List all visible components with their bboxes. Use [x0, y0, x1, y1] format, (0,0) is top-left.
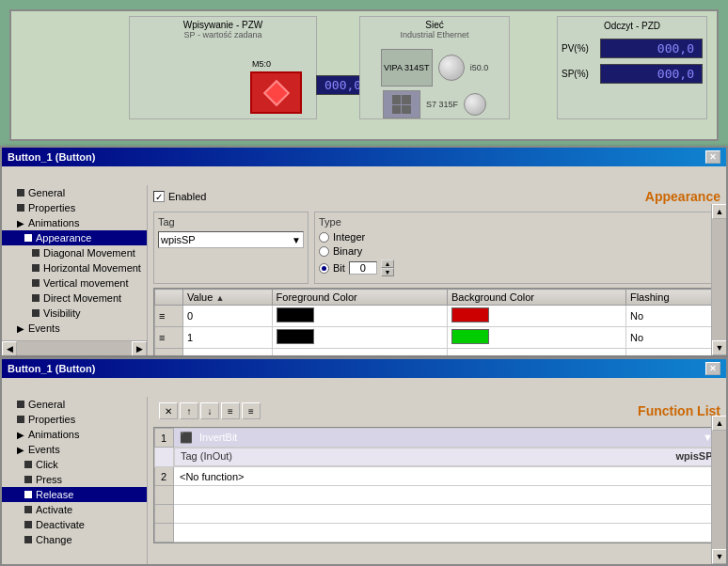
enabled-checkbox[interactable]: ✓	[153, 191, 165, 202]
sidebar-item-properties[interactable]: Properties	[2, 200, 147, 215]
fn-down-btn[interactable]: ↓	[200, 402, 219, 419]
sidebar-item-horizontal[interactable]: Horizontal Movement	[2, 260, 147, 275]
sidebar-item-events1[interactable]: ▶ Events	[2, 321, 147, 336]
sidebar2-item-release[interactable]: Release	[2, 487, 147, 502]
fn-cell-1[interactable]: ⬛ InvertBit ▼	[174, 429, 720, 448]
fg-cell-1[interactable]	[272, 327, 447, 349]
sidebar2-item-events[interactable]: ▶ Events	[2, 442, 147, 457]
sidebar2-general-label: General	[28, 399, 65, 410]
col-fg[interactable]: Foreground Color	[272, 290, 447, 306]
table-row[interactable]: ≡ 0 No	[155, 306, 720, 327]
enabled-label: Enabled	[168, 191, 206, 202]
scroll-right-btn[interactable]: ▶	[132, 341, 147, 355]
spin-down-btn[interactable]: ▼	[381, 268, 394, 276]
bit-input[interactable]: 0	[349, 261, 377, 275]
siec-title: Sieć	[360, 17, 509, 30]
table-row[interactable]: ≡ 1 No	[155, 327, 720, 349]
sidebar2-item-activate[interactable]: Activate	[2, 502, 147, 517]
fn-sub-cell-1: Tag (InOut) wpisSP	[174, 448, 720, 466]
bit-radio-btn[interactable]	[319, 263, 329, 274]
scroll-up-btn[interactable]: ▲	[712, 204, 726, 219]
sidebar2-click-label: Click	[36, 459, 58, 470]
scroll-left-btn[interactable]: ◀	[2, 341, 17, 355]
tag-group: Tag wpisSP ▼	[153, 212, 309, 284]
fn-up-btn[interactable]: ↑	[180, 402, 198, 419]
binary-radio-btn[interactable]	[319, 246, 329, 257]
fg-cell-0[interactable]	[272, 306, 447, 327]
col-value[interactable]: Value ▲	[183, 290, 273, 306]
bullet-icon	[17, 189, 24, 197]
sidebar2-item-properties[interactable]: Properties	[2, 412, 147, 427]
hmi-display: Wpisywanie - PZW SP - wartość zadana M5:…	[9, 9, 719, 141]
bg-cell-0[interactable]	[447, 306, 625, 327]
fn-delete-btn[interactable]: ✕	[159, 402, 178, 419]
sidebar-item-direct[interactable]: Direct Movement	[2, 291, 147, 306]
fn-name-2: <No function>	[180, 471, 245, 482]
sidebar-direct-label: Direct Movement	[43, 292, 121, 304]
sidebar2-change-label: Change	[36, 534, 72, 545]
expand-icon: ▶	[17, 323, 24, 334]
sidebar2-properties-label: Properties	[28, 414, 75, 425]
sidebar2-item-general[interactable]: General	[2, 397, 147, 412]
sidebar-scrollbar-h[interactable]: ◀ ▶	[2, 340, 147, 355]
type-integer-radio[interactable]: Integer	[319, 231, 716, 243]
scroll-down-btn2[interactable]: ▼	[712, 549, 726, 564]
hmi-circle1	[438, 55, 465, 81]
bg-color-1[interactable]	[451, 329, 489, 344]
bullet-icon	[17, 416, 24, 423]
fn-cell-2[interactable]: <No function>	[174, 467, 720, 486]
sidebar2-deactivate-label: Deactivate	[36, 519, 85, 530]
integer-radio-btn[interactable]	[319, 232, 329, 243]
sidebar-item-general[interactable]: General	[2, 185, 147, 200]
appearance-title: Appearance	[645, 189, 720, 204]
right-scrollbar2[interactable]: ▲ ▼	[711, 416, 726, 564]
sidebar2-item-change[interactable]: Change	[2, 532, 147, 547]
fn-align-left-btn[interactable]: ≡	[221, 402, 240, 419]
dialog1-close[interactable]: ✕	[705, 150, 720, 164]
fn-title: Function List	[638, 403, 720, 418]
col-flash[interactable]: Flashing	[625, 290, 719, 306]
value-cell-0: 0	[183, 306, 273, 327]
type-binary-radio[interactable]: Binary	[319, 245, 716, 257]
fg-color-0[interactable]	[277, 307, 314, 322]
scroll-down-btn[interactable]: ▼	[712, 340, 726, 355]
sidebar-item-visibility[interactable]: Visibility	[2, 306, 147, 321]
bg-cell-1[interactable]	[447, 327, 625, 349]
tag-value: wpisSP	[161, 234, 196, 245]
sidebar-item-vertical[interactable]: Vertical movement	[2, 275, 147, 291]
sort-icon: ▲	[215, 293, 224, 303]
bullet-icon	[24, 506, 32, 513]
bg-color-0[interactable]	[451, 307, 489, 322]
s7-label: S7 315F	[426, 100, 458, 109]
bullet-icon	[32, 309, 40, 317]
sidebar-horizontal-label: Horizontal Movement	[43, 262, 141, 274]
sidebar2-item-click[interactable]: Click	[2, 457, 147, 472]
sidebar-properties-label: Properties	[28, 202, 75, 213]
bit-spinner[interactable]: ▲ ▼	[381, 259, 394, 276]
sidebar-item-animations[interactable]: ▶ Animations	[2, 215, 147, 230]
right-scrollbar[interactable]: ▲ ▼	[711, 204, 726, 355]
fg-color-1[interactable]	[277, 329, 314, 344]
sidebar-item-diagonal[interactable]: Diagonal Movement	[2, 245, 147, 260]
type-bit-radio[interactable]: Bit 0 ▲ ▼	[319, 259, 716, 276]
sidebar2-item-deactivate[interactable]: Deactivate	[2, 517, 147, 532]
wpisywanie-title: Wpisywanie - PZW	[130, 17, 316, 30]
scroll-up-btn2[interactable]: ▲	[712, 416, 726, 431]
fn-row-1[interactable]: 1 ⬛ InvertBit ▼	[155, 429, 720, 448]
col-bg[interactable]: Background Color	[447, 290, 625, 306]
fn-tag-value: wpisSP	[675, 450, 712, 464]
dialog2-close[interactable]: ✕	[705, 362, 720, 375]
expand-icon: ▶	[17, 430, 24, 440]
fn-row-num-2: 2	[155, 467, 174, 486]
fn-header: ✕ ↑ ↓ ≡ ≡ Function List	[148, 397, 726, 425]
fn-row-2[interactable]: 2 <No function>	[155, 467, 720, 486]
sidebar2-item-press[interactable]: Press	[2, 472, 147, 487]
sidebar-item-appearance[interactable]: Appearance	[2, 230, 147, 245]
spin-up-btn[interactable]: ▲	[381, 259, 394, 268]
enabled-check[interactable]: ✓ Enabled	[153, 191, 206, 202]
sidebar2-item-animations[interactable]: ▶ Animations	[2, 427, 147, 442]
wpisywanie-sub: SP - wartość zadana	[130, 30, 316, 39]
fn-align-right-btn[interactable]: ≡	[242, 402, 261, 419]
binary-label: Binary	[333, 245, 362, 257]
tag-select[interactable]: wpisSP ▼	[158, 231, 304, 248]
